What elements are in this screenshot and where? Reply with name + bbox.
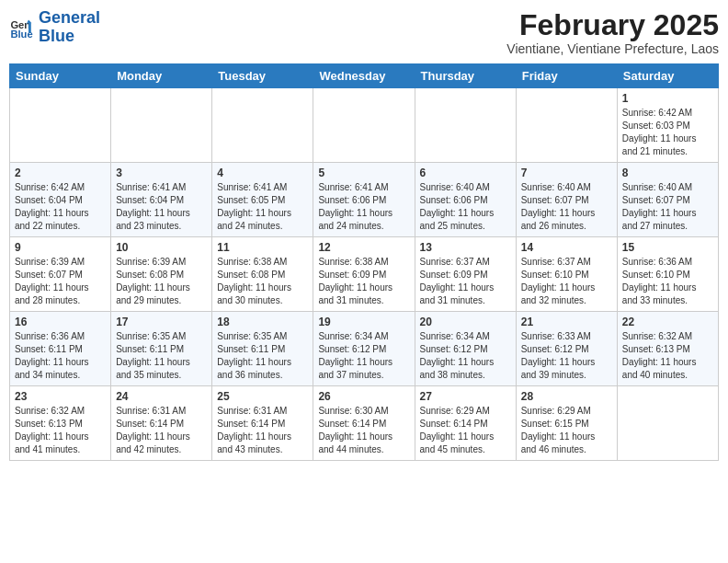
calendar-cell: 15Sunrise: 6:36 AM Sunset: 6:10 PM Dayli… xyxy=(617,237,718,312)
week-row-5: 23Sunrise: 6:32 AM Sunset: 6:13 PM Dayli… xyxy=(10,386,719,461)
day-number: 24 xyxy=(116,390,207,403)
day-number: 9 xyxy=(15,241,106,254)
day-info: Sunrise: 6:35 AM Sunset: 6:11 PM Dayligh… xyxy=(217,330,308,382)
day-info: Sunrise: 6:41 AM Sunset: 6:05 PM Dayligh… xyxy=(217,181,308,233)
day-number: 26 xyxy=(318,390,409,403)
weekday-header-wednesday: Wednesday xyxy=(313,64,415,88)
day-number: 12 xyxy=(318,241,409,254)
week-row-2: 2Sunrise: 6:42 AM Sunset: 6:04 PM Daylig… xyxy=(10,163,719,237)
weekday-header-sunday: Sunday xyxy=(10,64,111,88)
day-info: Sunrise: 6:35 AM Sunset: 6:11 PM Dayligh… xyxy=(116,330,207,382)
logo: Gen Blue GeneralBlue xyxy=(9,9,100,46)
calendar-cell xyxy=(617,386,718,461)
day-info: Sunrise: 6:37 AM Sunset: 6:10 PM Dayligh… xyxy=(521,256,612,307)
day-info: Sunrise: 6:41 AM Sunset: 6:04 PM Dayligh… xyxy=(116,181,207,233)
day-info: Sunrise: 6:40 AM Sunset: 6:06 PM Dayligh… xyxy=(420,181,511,233)
calendar-cell: 23Sunrise: 6:32 AM Sunset: 6:13 PM Dayli… xyxy=(10,386,111,461)
calendar-cell: 9Sunrise: 6:39 AM Sunset: 6:07 PM Daylig… xyxy=(10,237,111,312)
day-info: Sunrise: 6:31 AM Sunset: 6:14 PM Dayligh… xyxy=(116,405,207,456)
day-number: 4 xyxy=(217,167,308,179)
calendar-cell: 21Sunrise: 6:33 AM Sunset: 6:12 PM Dayli… xyxy=(516,312,617,386)
logo-icon: Gen Blue xyxy=(9,15,35,40)
calendar-cell: 7Sunrise: 6:40 AM Sunset: 6:07 PM Daylig… xyxy=(516,163,617,237)
weekday-header-thursday: Thursday xyxy=(415,64,516,88)
day-number: 6 xyxy=(420,167,511,179)
day-number: 13 xyxy=(420,241,511,254)
day-number: 28 xyxy=(521,390,612,403)
day-number: 25 xyxy=(217,390,308,403)
day-info: Sunrise: 6:31 AM Sunset: 6:14 PM Dayligh… xyxy=(217,405,308,456)
day-info: Sunrise: 6:40 AM Sunset: 6:07 PM Dayligh… xyxy=(622,181,713,233)
calendar-cell: 12Sunrise: 6:38 AM Sunset: 6:09 PM Dayli… xyxy=(313,237,415,312)
calendar: SundayMondayTuesdayWednesdayThursdayFrid… xyxy=(9,63,719,461)
month-title: February 2025 xyxy=(506,9,719,41)
calendar-cell: 27Sunrise: 6:29 AM Sunset: 6:14 PM Dayli… xyxy=(415,386,516,461)
calendar-cell: 18Sunrise: 6:35 AM Sunset: 6:11 PM Dayli… xyxy=(212,312,313,386)
calendar-cell: 14Sunrise: 6:37 AM Sunset: 6:10 PM Dayli… xyxy=(516,237,617,312)
day-info: Sunrise: 6:42 AM Sunset: 6:04 PM Dayligh… xyxy=(15,181,106,233)
day-number: 8 xyxy=(622,167,713,179)
day-number: 1 xyxy=(622,92,713,105)
weekday-header-row: SundayMondayTuesdayWednesdayThursdayFrid… xyxy=(10,64,719,88)
day-number: 5 xyxy=(318,167,409,179)
day-number: 2 xyxy=(15,167,106,179)
week-row-3: 9Sunrise: 6:39 AM Sunset: 6:07 PM Daylig… xyxy=(10,237,719,312)
logo-text: GeneralBlue xyxy=(39,9,100,46)
day-info: Sunrise: 6:39 AM Sunset: 6:07 PM Dayligh… xyxy=(15,256,106,307)
day-number: 27 xyxy=(420,390,511,403)
weekday-header-saturday: Saturday xyxy=(617,64,718,88)
calendar-cell: 19Sunrise: 6:34 AM Sunset: 6:12 PM Dayli… xyxy=(313,312,415,386)
page: Gen Blue GeneralBlue February 2025 Vient… xyxy=(9,9,719,461)
day-number: 21 xyxy=(521,316,612,328)
day-number: 3 xyxy=(116,167,207,179)
day-info: Sunrise: 6:42 AM Sunset: 6:03 PM Dayligh… xyxy=(622,107,713,158)
day-number: 19 xyxy=(318,316,409,328)
day-info: Sunrise: 6:30 AM Sunset: 6:14 PM Dayligh… xyxy=(318,405,409,456)
day-info: Sunrise: 6:40 AM Sunset: 6:07 PM Dayligh… xyxy=(521,181,612,233)
calendar-cell xyxy=(415,88,516,163)
calendar-cell: 17Sunrise: 6:35 AM Sunset: 6:11 PM Dayli… xyxy=(111,312,212,386)
calendar-cell: 1Sunrise: 6:42 AM Sunset: 6:03 PM Daylig… xyxy=(617,88,718,163)
calendar-cell: 2Sunrise: 6:42 AM Sunset: 6:04 PM Daylig… xyxy=(10,163,111,237)
weekday-header-tuesday: Tuesday xyxy=(212,64,313,88)
calendar-cell: 11Sunrise: 6:38 AM Sunset: 6:08 PM Dayli… xyxy=(212,237,313,312)
calendar-cell: 4Sunrise: 6:41 AM Sunset: 6:05 PM Daylig… xyxy=(212,163,313,237)
day-info: Sunrise: 6:41 AM Sunset: 6:06 PM Dayligh… xyxy=(318,181,409,233)
calendar-cell: 20Sunrise: 6:34 AM Sunset: 6:12 PM Dayli… xyxy=(415,312,516,386)
day-number: 23 xyxy=(15,390,106,403)
day-number: 10 xyxy=(116,241,207,254)
day-number: 14 xyxy=(521,241,612,254)
day-info: Sunrise: 6:38 AM Sunset: 6:09 PM Dayligh… xyxy=(318,256,409,307)
week-row-4: 16Sunrise: 6:36 AM Sunset: 6:11 PM Dayli… xyxy=(10,312,719,386)
calendar-cell: 8Sunrise: 6:40 AM Sunset: 6:07 PM Daylig… xyxy=(617,163,718,237)
calendar-cell: 3Sunrise: 6:41 AM Sunset: 6:04 PM Daylig… xyxy=(111,163,212,237)
day-number: 7 xyxy=(521,167,612,179)
week-row-1: 1Sunrise: 6:42 AM Sunset: 6:03 PM Daylig… xyxy=(10,88,719,163)
calendar-cell: 24Sunrise: 6:31 AM Sunset: 6:14 PM Dayli… xyxy=(111,386,212,461)
day-info: Sunrise: 6:29 AM Sunset: 6:15 PM Dayligh… xyxy=(521,405,612,456)
title-block: February 2025 Vientiane, Vientiane Prefe… xyxy=(506,9,719,56)
day-info: Sunrise: 6:39 AM Sunset: 6:08 PM Dayligh… xyxy=(116,256,207,307)
day-number: 22 xyxy=(622,316,713,328)
day-info: Sunrise: 6:34 AM Sunset: 6:12 PM Dayligh… xyxy=(420,330,511,382)
header: Gen Blue GeneralBlue February 2025 Vient… xyxy=(9,9,719,56)
calendar-cell xyxy=(10,88,111,163)
day-info: Sunrise: 6:33 AM Sunset: 6:12 PM Dayligh… xyxy=(521,330,612,382)
calendar-cell: 22Sunrise: 6:32 AM Sunset: 6:13 PM Dayli… xyxy=(617,312,718,386)
calendar-cell: 28Sunrise: 6:29 AM Sunset: 6:15 PM Dayli… xyxy=(516,386,617,461)
calendar-cell: 13Sunrise: 6:37 AM Sunset: 6:09 PM Dayli… xyxy=(415,237,516,312)
calendar-cell xyxy=(516,88,617,163)
day-info: Sunrise: 6:38 AM Sunset: 6:08 PM Dayligh… xyxy=(217,256,308,307)
weekday-header-friday: Friday xyxy=(516,64,617,88)
day-info: Sunrise: 6:37 AM Sunset: 6:09 PM Dayligh… xyxy=(420,256,511,307)
day-info: Sunrise: 6:36 AM Sunset: 6:10 PM Dayligh… xyxy=(622,256,713,307)
day-number: 20 xyxy=(420,316,511,328)
day-info: Sunrise: 6:32 AM Sunset: 6:13 PM Dayligh… xyxy=(15,405,106,456)
day-number: 17 xyxy=(116,316,207,328)
calendar-cell: 16Sunrise: 6:36 AM Sunset: 6:11 PM Dayli… xyxy=(10,312,111,386)
calendar-cell xyxy=(313,88,415,163)
location: Vientiane, Vientiane Prefecture, Laos xyxy=(506,41,719,56)
day-number: 18 xyxy=(217,316,308,328)
day-info: Sunrise: 6:36 AM Sunset: 6:11 PM Dayligh… xyxy=(15,330,106,382)
day-number: 16 xyxy=(15,316,106,328)
